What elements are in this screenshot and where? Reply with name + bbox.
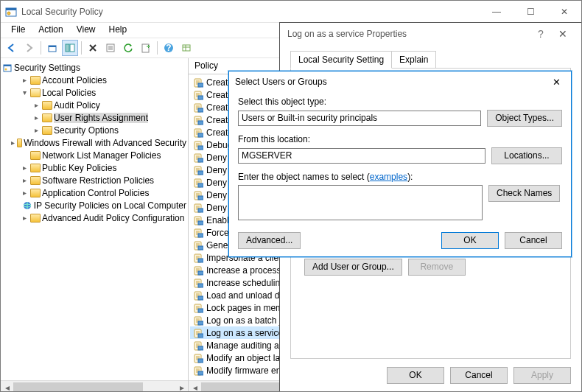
tree-item[interactable]: ▸Application Control Policies [2,186,186,199]
tree-item[interactable]: ▸Security Options [2,124,186,136]
object-names-input[interactable] [238,185,483,220]
policy-icon [193,265,203,276]
check-names-button[interactable]: Check Names [488,185,560,202]
svg-rect-86 [198,234,203,237]
svg-rect-136 [198,359,203,363]
window-title: Local Security Policy [21,7,480,17]
svg-rect-11 [142,44,149,52]
menu-action[interactable]: Action [32,23,69,38]
select-close-button[interactable]: ✕ [547,77,565,88]
properties-help-button[interactable]: ? [530,28,552,40]
policy-icon [193,290,203,301]
menu-view[interactable]: View [71,23,102,38]
svg-rect-1 [6,8,16,10]
tree-item[interactable]: ▸Public Key Policies [2,161,186,174]
policy-icon [193,90,203,100]
tree-root[interactable]: Security Settings [14,63,80,73]
folder-icon [30,151,41,160]
app-icon [5,6,17,18]
tree-twisty[interactable]: ▸ [20,76,29,84]
policy-icon [193,102,203,113]
tree-item[interactable]: ▸Audit Policy [2,99,186,111]
folder-icon [30,76,41,85]
help-button[interactable]: ? [161,40,177,56]
svg-rect-76 [198,209,203,212]
export-button[interactable] [138,40,154,56]
select-titlebar: Select Users or Groups ✕ [229,71,571,92]
add-user-or-group-button[interactable]: Add User or Group... [304,259,402,276]
tree-item-label: Audit Policy [54,100,100,111]
remove-button[interactable]: Remove [408,259,466,276]
object-types-button[interactable]: Object Types... [487,110,562,127]
minimize-button[interactable]: — [480,1,513,23]
policy-icon [193,203,203,213]
examples-link[interactable]: examples [370,172,407,182]
tab-explain[interactable]: Explain [391,51,436,69]
tree-item-label: Application Control Policies [42,188,149,198]
svg-rect-56 [198,158,203,162]
tree-item[interactable]: ▸User Rights Assignment [2,111,186,124]
forward-button[interactable] [21,40,38,56]
tree-item[interactable]: ▸Account Policies [2,74,186,86]
object-type-label: Select this object type: [238,97,562,107]
properties-button[interactable] [102,40,119,56]
tree-item[interactable]: ▸Software Restriction Policies [2,174,186,186]
properties-close-button[interactable]: ✕ [552,28,574,40]
menu-file[interactable]: File [5,23,31,38]
tree-item-label: Local Policies [42,88,96,98]
svg-rect-14 [183,45,190,51]
tree-item[interactable]: ▸Advanced Audit Policy Configuration [2,211,186,224]
tree-twisty[interactable]: ▸ [20,176,29,184]
refresh-button[interactable] [120,40,136,56]
svg-rect-41 [198,121,203,125]
back-button[interactable] [4,40,20,56]
tree-twisty[interactable]: ▸ [32,101,41,109]
advanced-button[interactable]: Advanced... [238,232,301,249]
maximize-button[interactable]: ☐ [513,1,547,23]
locations-button[interactable]: Locations... [491,147,562,164]
policy-icon [193,165,203,175]
policy-icon [193,228,203,238]
tree-item[interactable]: Network List Manager Policies [2,149,186,161]
tree-twisty[interactable]: ▾ [20,88,29,97]
tree-twisty[interactable] [20,151,29,159]
properties-cancel-button[interactable]: Cancel [450,367,508,384]
tree-item-label: Account Policies [42,75,107,85]
tree-item[interactable]: ▸Windows Firewall with Advanced Security [2,136,186,149]
tree-item-label: IP Security Policies on Local Computer [34,200,186,211]
tree-twisty[interactable]: ▸ [32,126,41,134]
tree-item-label: Advanced Audit Policy Configuration [42,213,184,223]
tree-twisty[interactable]: ▸ [11,139,15,147]
tree-item[interactable]: ▾Local Policies [2,86,186,99]
tree-twisty[interactable]: ▸ [32,113,41,122]
tree-hscrollbar[interactable]: ◂ ▸ [1,380,188,392]
tree-twisty[interactable] [15,201,21,209]
tree-twisty[interactable]: ▸ [20,189,29,197]
show-hide-tree-button[interactable] [62,40,78,56]
select-ok-button[interactable]: OK [441,232,499,249]
folder-icon [30,88,41,97]
svg-rect-96 [198,259,203,262]
tab-local-security-setting[interactable]: Local Security Setting [290,51,392,69]
tree-item[interactable]: IP Security Policies on Local Computer [2,199,186,211]
view-button[interactable] [178,40,194,56]
title-bar: Local Security Policy — ☐ ✕ [1,1,581,23]
folder-icon [30,176,41,185]
tree-twisty[interactable]: ▸ [20,214,29,222]
svg-rect-126 [198,334,203,337]
properties-apply-button[interactable]: Apply [513,367,571,384]
delete-button[interactable] [85,40,101,56]
close-button[interactable]: ✕ [547,1,581,23]
tree-twisty[interactable]: ▸ [20,164,29,172]
properties-ok-button[interactable]: OK [387,367,444,384]
select-cancel-button[interactable]: Cancel [505,232,562,249]
svg-rect-36 [198,108,203,112]
policy-icon [193,115,203,125]
tree-item-label: User Rights Assignment [54,113,148,123]
folder-icon [30,214,41,223]
menu-help[interactable]: Help [103,23,133,38]
properties-titlebar: Log on as a service Properties ? ✕ [280,23,581,45]
up-button[interactable] [44,40,60,56]
policy-label: Log on as a service [206,328,283,338]
policy-icon [193,365,203,376]
